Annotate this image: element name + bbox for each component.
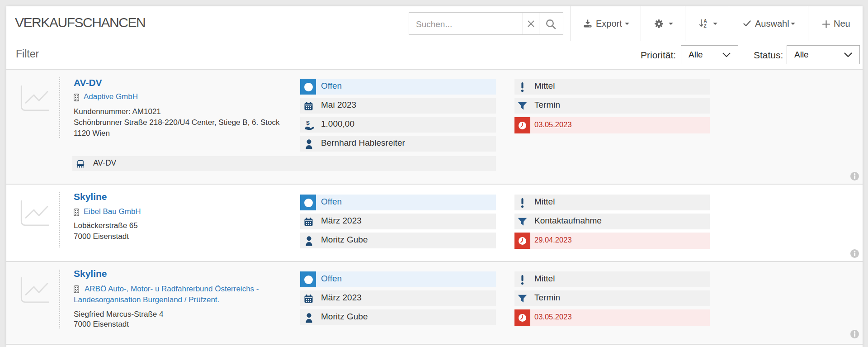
svg-text:A: A [704,19,707,24]
svg-text:$: $ [306,120,310,126]
svg-text:Z: Z [704,24,707,28]
